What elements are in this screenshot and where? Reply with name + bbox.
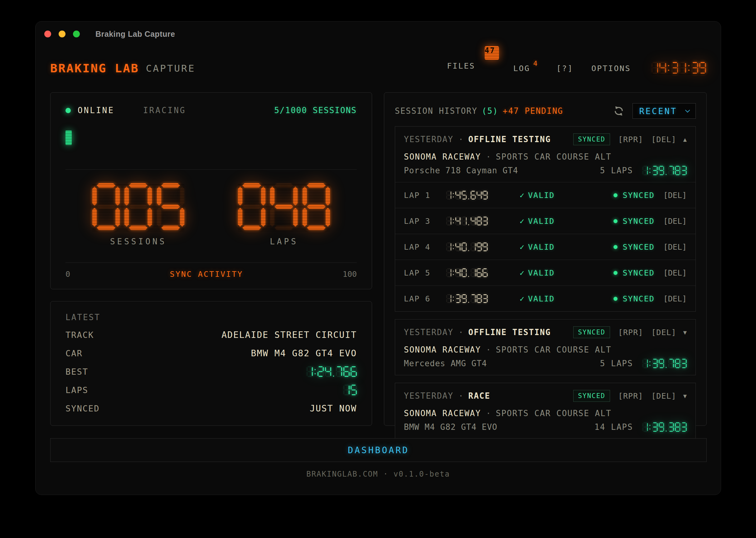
session-lap-count: 5 LAPS — [600, 166, 633, 175]
lap-sync-label: SYNCED — [622, 294, 654, 303]
lap-number: LAP 4 — [404, 242, 446, 251]
report-button[interactable]: [RPR] — [618, 135, 643, 144]
sort-filter-dropdown[interactable]: RECENT — [632, 103, 696, 119]
session-track: SONOMA RACEWAY — [404, 152, 481, 161]
history-pending: +47 PENDING — [503, 106, 563, 116]
zoom-button[interactable] — [73, 30, 80, 37]
sessions-counter: SESSIONS — [66, 183, 211, 246]
synced-badge: SYNCED — [573, 134, 610, 145]
log-count-badge: 4 — [533, 60, 538, 67]
history-title: SESSION HISTORY — [395, 106, 478, 116]
divider — [66, 169, 357, 170]
track-label: TRACK — [66, 330, 94, 340]
lap-time — [446, 268, 520, 277]
lap-valid-label: VALID — [528, 217, 554, 226]
synced-label: SYNCED — [66, 404, 100, 413]
session-date: YESTERDAY — [404, 134, 453, 144]
refresh-icon[interactable] — [613, 105, 624, 117]
lap-number: LAP 5 — [404, 268, 446, 277]
nav-help[interactable]: [?] — [556, 64, 573, 73]
latest-car-row: CAR BMW M4 G82 GT4 EVO — [66, 348, 357, 359]
clock-digits — [652, 62, 706, 74]
check-icon: ✓ — [520, 294, 524, 303]
session-track-row: SONOMA RACEWAY · SPORTS CAR COURSE ALT — [404, 409, 687, 418]
footer-credit: BRAKINGLAB.COM · v0.1.0-beta — [35, 470, 721, 478]
session-card-header[interactable]: YESTERDAY · OFFLINE TESTING SYNCED [RPR]… — [395, 127, 695, 182]
lap-delete-button[interactable]: [DEL] — [664, 217, 687, 226]
session-card-header[interactable]: YESTERDAY · OFFLINE TESTING SYNCED [RPR]… — [395, 319, 695, 375]
dashboard-button[interactable]: DASHBOARD — [50, 438, 707, 462]
lap-number: LAP 3 — [404, 217, 446, 226]
session-card: YESTERDAY · RACE SYNCED [RPR] [DEL] ▼ SO… — [395, 383, 696, 439]
synced-dot-icon — [613, 271, 617, 275]
nav-files-label: FILES — [447, 61, 475, 71]
lap-time — [446, 191, 520, 199]
session-car: BMW M4 G82 GT4 EVO — [404, 422, 497, 432]
track-value: ADELAIDE STREET CIRCUIT — [221, 330, 357, 340]
lap-delete-button[interactable]: [DEL] — [664, 268, 687, 277]
session-track: SONOMA RACEWAY — [404, 409, 481, 418]
lap-number: LAP 6 — [404, 294, 446, 303]
window-title: Braking Lab Capture — [95, 29, 175, 39]
sort-filter-value: RECENT — [639, 106, 677, 116]
session-card: YESTERDAY · OFFLINE TESTING SYNCED [RPR]… — [395, 126, 696, 312]
session-layout: SPORTS CAR COURSE ALT — [496, 409, 611, 418]
sync-activity-scale: 0 SYNC ACTIVITY 100 — [66, 270, 357, 279]
latest-track-row: TRACK ADELAIDE STREET CIRCUIT — [66, 329, 357, 340]
session-lap-count: 14 LAPS — [595, 422, 633, 432]
report-button[interactable]: [RPR] — [618, 392, 643, 401]
separator-dot: · — [458, 328, 463, 337]
lap-time — [446, 217, 520, 225]
titlebar[interactable]: Braking Lab Capture — [35, 22, 721, 46]
activity-label: SYNC ACTIVITY — [70, 270, 343, 279]
lap-sync-label: SYNCED — [622, 242, 654, 251]
lap-valid-label: VALID — [528, 294, 554, 303]
close-button[interactable] — [44, 30, 51, 37]
lap-row: LAP 3 ✓ VALID SYNCED [DEL] — [395, 208, 695, 234]
session-best-time — [642, 422, 687, 432]
session-car-row: BMW M4 G82 GT4 EVO 14 LAPS — [404, 422, 687, 432]
lap-row: LAP 6 ✓ VALID SYNCED [DEL] — [395, 286, 695, 311]
app-header: BRAKING LAB CAPTURE FILES 47 LOG4 [?] OP… — [50, 59, 706, 78]
delete-button[interactable]: [DEL] — [651, 135, 676, 144]
session-track-row: SONOMA RACEWAY · SPORTS CAR COURSE ALT — [404, 152, 687, 161]
online-status-icon — [66, 108, 71, 113]
check-icon: ✓ — [520, 242, 524, 251]
expand-caret-icon[interactable]: ▼ — [683, 329, 687, 336]
delete-button[interactable]: [DEL] — [651, 392, 676, 401]
status-panel: ONLINE IRACING 5/1000 SESSIONS SESSIONS — [50, 92, 372, 289]
expand-caret-icon[interactable]: ▼ — [683, 393, 687, 399]
nav-options-label: OPTIONS — [591, 64, 631, 73]
session-layout: SPORTS CAR COURSE ALT — [496, 345, 611, 354]
session-date: YESTERDAY — [404, 328, 453, 337]
nav-log[interactable]: LOG4 — [513, 64, 538, 73]
sessions-quota: 5/1000 SESSIONS — [274, 106, 357, 115]
synced-badge: SYNCED — [573, 326, 610, 338]
separator-dot: · — [486, 409, 491, 418]
session-type: OFFLINE TESTING — [468, 328, 551, 337]
lap-delete-button[interactable]: [DEL] — [664, 294, 687, 303]
delete-button[interactable]: [DEL] — [651, 328, 676, 337]
collapse-caret-icon[interactable]: ▲ — [683, 136, 687, 143]
lap-row: LAP 4 ✓ VALID SYNCED [DEL] — [395, 234, 695, 260]
lap-row: LAP 1 ✓ VALID SYNCED [DEL] — [395, 182, 695, 208]
nav-files[interactable]: FILES 47 — [447, 61, 495, 76]
lap-delete-button[interactable]: [DEL] — [664, 242, 687, 251]
session-best-time — [642, 359, 687, 368]
session-card-header[interactable]: YESTERDAY · RACE SYNCED [RPR] [DEL] ▼ SO… — [395, 383, 695, 439]
nav-options[interactable]: OPTIONS — [591, 64, 631, 73]
lap-delete-button[interactable]: [DEL] — [664, 191, 687, 200]
synced-badge: SYNCED — [573, 390, 610, 402]
report-button[interactable]: [RPR] — [618, 328, 643, 337]
synced-dot-icon — [613, 193, 617, 197]
nav-help-label: [?] — [556, 64, 573, 73]
minimize-button[interactable] — [59, 30, 66, 37]
car-value: BMW M4 G82 GT4 EVO — [251, 348, 357, 358]
session-title-row: YESTERDAY · OFFLINE TESTING SYNCED [RPR]… — [404, 134, 687, 145]
check-icon: ✓ — [520, 268, 524, 277]
separator-dot: · — [486, 152, 491, 161]
session-track: SONOMA RACEWAY — [404, 345, 481, 354]
laps-counter: LAPS — [211, 183, 357, 246]
lap-sync-label: SYNCED — [622, 191, 654, 200]
activity-min: 0 — [66, 270, 70, 279]
